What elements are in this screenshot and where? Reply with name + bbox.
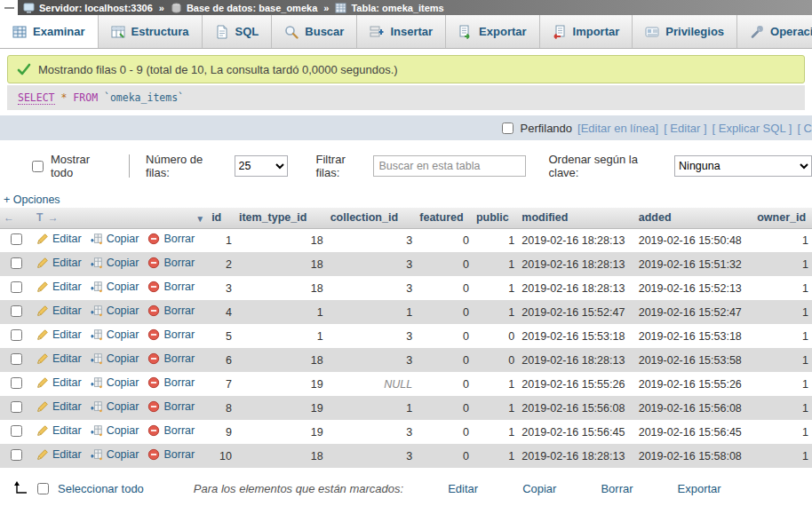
explain-sql-link[interactable]: [ Explicar SQL ] [712,122,792,135]
tab-label: Estructura [131,25,189,38]
row-edit-button-label: Editar [52,352,82,365]
row-checkbox[interactable] [11,257,22,269]
create-php-code-link-truncated[interactable]: [ C [797,122,812,135]
row-checkbox[interactable] [11,425,22,437]
table-row: EditarCopiarBorrar8191012019-02-16 15:56… [0,396,812,420]
row-delete-button-label: Borrar [163,424,195,437]
filter-rows-input[interactable] [373,155,526,177]
column-header-public[interactable]: public [473,208,518,228]
row-copy-button[interactable]: Copiar [91,424,139,437]
profiling-checkbox[interactable] [502,123,513,134]
row-edit-button[interactable]: Editar [36,304,82,317]
table-row: EditarCopiarBorrar3183012019-02-16 18:28… [0,276,812,300]
row-checkbox[interactable] [11,305,22,317]
delete-icon [147,400,160,413]
row-checkbox[interactable] [11,353,22,365]
tab-exportar[interactable]: Exportar [446,15,539,48]
column-header-added[interactable]: added [635,208,754,228]
column-header-item-type-id[interactable]: item_type_id [235,208,327,228]
row-copy-button[interactable]: Copiar [91,352,139,365]
row-edit-button[interactable]: Editar [36,448,82,461]
row-checkbox[interactable] [11,281,22,293]
row-edit-button[interactable]: Editar [36,376,82,389]
row-edit-button[interactable]: Editar [36,424,82,437]
row-checkbox[interactable] [11,233,22,245]
row-copy-button-label: Copiar [107,304,139,317]
cell-owner_id: 1 [753,324,812,348]
bulk-export-button[interactable]: Exportar [662,482,721,495]
bulk-delete-button[interactable]: Borrar [585,482,633,495]
row-edit-button[interactable]: Editar [36,352,82,365]
inline-edit-link[interactable]: [Editar en línea] [577,122,658,135]
row-edit-button-label: Editar [52,233,82,245]
row-checkbox[interactable] [11,401,22,413]
bulk-edit-button[interactable]: Editar [432,482,478,495]
row-delete-button[interactable]: Borrar [147,448,195,461]
column-header-owner-id[interactable]: owner_id [753,208,812,228]
row-checkbox[interactable] [11,449,22,461]
row-edit-button[interactable]: Editar [36,400,82,413]
rows-count-select[interactable]: 25 [235,155,288,177]
row-edit-button[interactable]: Editar [36,257,82,269]
breadcrumb-database[interactable]: Base de datos: base_omeka [187,3,317,13]
row-copy-button[interactable]: Copiar [91,448,139,461]
cell-modified: 2019-02-16 18:28:13 [518,444,634,468]
show-all-checkbox[interactable] [32,161,44,172]
row-copy-button[interactable]: Copiar [91,233,139,245]
row-copy-button[interactable]: Copiar [91,376,139,389]
breadcrumb-table[interactable]: Tabla: omeka_items [351,3,443,13]
column-header-modified[interactable]: modified [518,208,634,228]
row-delete-button[interactable]: Borrar [147,281,195,293]
row-delete-button[interactable]: Borrar [147,257,195,269]
bulk-copy-button[interactable]: Copiar [506,482,556,495]
delete-icon [147,328,160,341]
row-delete-button-label: Borrar [163,257,195,269]
row-edit-button[interactable]: Editar [36,281,82,293]
row-copy-button[interactable]: Copiar [91,328,139,341]
divider [129,154,130,178]
tab-operaciones[interactable]: Operaciones [737,15,812,48]
tab-buscar[interactable]: Buscar [272,15,357,48]
row-delete-button[interactable]: Borrar [147,233,195,245]
row-edit-button[interactable]: Editar [36,328,82,341]
options-toggle-link[interactable]: + Opciones [4,194,60,206]
breadcrumb-server[interactable]: Servidor: localhost:3306 [39,3,153,13]
cell-collection_id: 3 [327,444,417,468]
edit-query-link[interactable]: [ Editar ] [664,122,706,135]
select-all-checkbox[interactable] [37,483,49,494]
row-copy-button[interactable]: Copiar [91,257,139,269]
copy-icon [506,482,519,494]
cell-added: 2019-02-16 15:55:26 [635,372,754,396]
row-delete-button[interactable]: Borrar [147,328,195,341]
row-copy-button[interactable]: Copiar [91,400,139,413]
row-delete-button[interactable]: Borrar [147,376,195,389]
row-copy-button[interactable]: Copiar [91,281,139,293]
row-edit-button[interactable]: Editar [36,233,82,245]
column-header-id[interactable]: id [208,208,235,228]
tab-sql[interactable]: SQL [203,15,273,48]
panel-collapse-control[interactable] [0,0,18,15]
cell-item_type_id: 19 [235,372,327,396]
row-delete-button[interactable]: Borrar [147,400,195,413]
row-delete-button[interactable]: Borrar [147,304,195,317]
row-delete-button[interactable]: Borrar [147,352,195,365]
tab-examinar[interactable]: Examinar [0,15,99,48]
row-checkbox[interactable] [11,377,22,389]
tab-importar[interactable]: Importar [540,15,633,48]
tab-privilegios[interactable]: Privilegios [633,15,737,48]
breadcrumb-separator: » [159,3,164,13]
select-all-link[interactable]: Seleccionar todo [58,482,144,495]
sort-dropdown-icon[interactable]: ▼ [195,214,204,224]
row-checkbox[interactable] [11,329,22,341]
tab-insertar[interactable]: Insertar [357,15,446,48]
row-copy-button[interactable]: Copiar [91,304,139,317]
tab-estructura[interactable]: Estructura [99,15,203,48]
sort-key-select[interactable]: Ninguna [674,155,812,177]
row-delete-button[interactable]: Borrar [147,424,195,437]
column-header-collection-id[interactable]: collection_id [327,208,417,228]
pencil-icon [36,233,49,245]
column-header-featured[interactable]: featured [416,208,473,228]
cell-id: 7 [208,372,235,396]
cell-public: 1 [473,396,518,420]
transpose-controls[interactable]: ← [0,208,33,228]
